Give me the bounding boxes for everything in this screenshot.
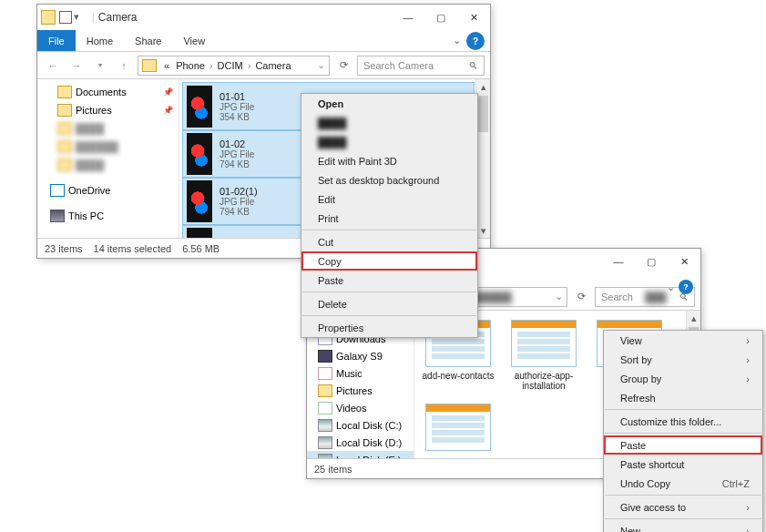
nav-label: Documents [76, 87, 127, 97]
menu-item[interactable]: Give access to› [604, 497, 762, 517]
menu-item[interactable]: ████ [301, 132, 477, 151]
close-button[interactable]: ✕ [668, 249, 700, 274]
menu-item[interactable]: Cut [301, 232, 477, 251]
nav-icon [318, 384, 332, 397]
help-icon[interactable]: ? [466, 32, 485, 50]
nav-item[interactable]: Music [307, 364, 414, 382]
minimize-button[interactable]: ― [392, 5, 424, 30]
grid-thumbnail [511, 320, 577, 367]
menu-item[interactable]: Set as desktop background [301, 170, 477, 189]
nav-item[interactable]: Pictures [307, 382, 414, 399]
nav-item[interactable]: Local Disk (D:) [307, 434, 414, 451]
scroll-thumb[interactable] [478, 96, 488, 132]
scroll-down-icon[interactable]: ▾ [476, 223, 490, 238]
nav-label: OneDrive [68, 185, 110, 196]
nav-label: This PC [68, 210, 104, 221]
nav-item-thispc[interactable]: This PC [37, 207, 179, 225]
nav-item[interactable]: ████ [37, 156, 179, 174]
file-thumbnail [187, 133, 212, 175]
status-count: 23 items [45, 243, 83, 254]
nav-item[interactable]: Videos [307, 399, 414, 416]
nav-item[interactable]: Galaxy S9 [307, 347, 414, 364]
menu-item[interactable]: Properties [301, 318, 477, 337]
status-count: 25 items [314, 464, 352, 475]
back-button[interactable]: ← [43, 56, 63, 76]
address-bar[interactable]: « Phone› DCIM› Camera ⌄ [138, 56, 330, 76]
nav-label: Pictures [76, 105, 112, 116]
nav-item-pictures[interactable]: Pictures📌 [37, 101, 179, 119]
menu-label: Edit [318, 194, 335, 205]
nav-item[interactable]: Local Disk (C:) [307, 416, 414, 434]
file-thumbnail [187, 228, 212, 238]
submenu-arrow-icon: › [746, 373, 750, 384]
context-menu-file[interactable]: Open████████Edit with Paint 3DSet as des… [301, 93, 478, 338]
maximize-button[interactable]: ▢ [635, 249, 668, 274]
menu-item[interactable]: ████ [301, 113, 477, 132]
menu-item[interactable]: Open [301, 94, 477, 113]
nav-label: Pictures [336, 385, 373, 396]
menu-item[interactable]: New› [604, 521, 762, 532]
nav-item-onedrive[interactable]: OneDrive [37, 181, 179, 200]
ribbon-tab-share[interactable]: Share [124, 30, 172, 51]
nav-label: Local Disk (C:) [336, 420, 402, 431]
ribbon-expand-icon[interactable]: ⌄ [453, 30, 461, 51]
menu-item[interactable]: Group by› [604, 369, 762, 388]
menu-label: Refresh [620, 393, 656, 404]
file-size: 794 KB [220, 159, 254, 169]
recent-button[interactable]: ▾ [90, 56, 110, 76]
menu-item[interactable]: Refresh [604, 388, 762, 407]
search-placeholder: Search Camera [363, 60, 434, 71]
pin-icon: 📌 [163, 87, 173, 97]
file-size: 354 KB [220, 112, 254, 122]
nav-label: Music [336, 368, 363, 379]
ribbon-file[interactable]: File [37, 30, 76, 51]
forward-button[interactable]: → [66, 56, 87, 76]
titlebar[interactable]: ▾ | Camera ― ▢ ✕ [37, 5, 490, 30]
help-icon[interactable]: ? [679, 280, 693, 294]
breadcrumb-item[interactable]: Phone [174, 60, 207, 71]
refresh-button[interactable]: ⟳ [571, 287, 591, 307]
search-input[interactable]: Search Camera 🔍︎ [357, 56, 485, 76]
breadcrumb-item[interactable]: DCIM [216, 60, 245, 71]
close-button[interactable]: ✕ [457, 5, 490, 30]
ribbon-tab-view[interactable]: View [172, 30, 216, 51]
menu-item[interactable]: Paste [301, 271, 477, 290]
submenu-arrow-icon: › [746, 502, 750, 513]
scroll-up-icon[interactable]: ▴ [687, 311, 700, 325]
menu-item[interactable]: Undo CopyCtrl+Z [604, 474, 762, 493]
ribbon-tab-home[interactable]: Home [76, 30, 124, 51]
nav-pane[interactable]: Documents📌 Pictures📌 ████ ██████ ████ On… [37, 79, 179, 238]
nav-item[interactable]: ██████ [37, 138, 179, 156]
nav-item[interactable]: ████ [37, 119, 179, 138]
nav-item[interactable]: Local Disk (E:) [307, 451, 414, 458]
menu-item[interactable]: Edit with Paint 3D [301, 151, 477, 170]
nav-item-documents[interactable]: Documents📌 [37, 83, 179, 101]
menu-label: Set as desktop background [318, 175, 439, 186]
breadcrumb-item[interactable]: Camera [253, 60, 292, 71]
scroll-up-icon[interactable]: ▴ [476, 79, 490, 94]
grid-item[interactable] [422, 404, 495, 455]
ribbon-expand-icon[interactable]: ⌄ [667, 281, 675, 293]
menu-item[interactable]: View› [604, 331, 762, 350]
refresh-button[interactable]: ⟳ [333, 56, 353, 76]
context-menu-folder[interactable]: View›Sort by›Group by›RefreshCustomize t… [603, 330, 763, 532]
nav-icon [318, 367, 332, 380]
menu-item[interactable]: Edit [301, 189, 477, 209]
grid-item[interactable]: authorize-app-installation [507, 320, 580, 391]
menu-item[interactable]: Sort by› [604, 350, 762, 369]
up-button[interactable]: ↑ [114, 56, 134, 76]
search-icon: 🔍︎ [468, 60, 478, 71]
pin-icon: 📌 [163, 106, 173, 115]
window-title: Camera [95, 11, 392, 24]
menu-item[interactable]: Paste [604, 435, 762, 455]
menu-item[interactable]: Paste shortcut [604, 455, 762, 474]
menu-item[interactable]: Customize this folder... [604, 412, 762, 431]
qat-icon[interactable] [59, 11, 72, 24]
menu-item[interactable]: Copy [301, 251, 477, 271]
file-thumbnail [187, 86, 212, 128]
menu-item[interactable]: Print [301, 209, 477, 228]
minimize-button[interactable]: ― [602, 249, 635, 274]
qat-icon[interactable]: ▾ [74, 11, 87, 24]
menu-item[interactable]: Delete [301, 294, 477, 313]
maximize-button[interactable]: ▢ [424, 5, 457, 30]
